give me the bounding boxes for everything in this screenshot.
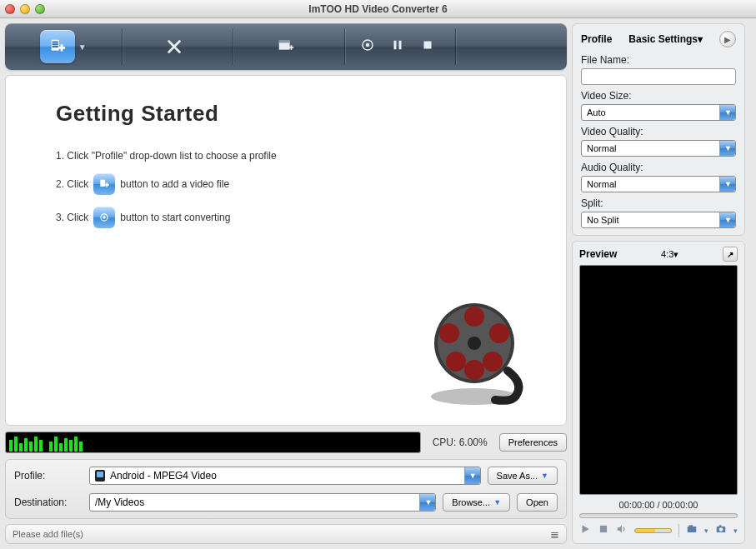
svg-point-17 [446, 352, 466, 372]
convert-button[interactable] [360, 37, 375, 56]
video-size-select[interactable]: Auto▼ [581, 104, 736, 121]
add-file-button[interactable] [40, 30, 75, 63]
playback-time: 00:00:00 / 00:00:00 [579, 495, 738, 513]
stop-button[interactable] [420, 37, 435, 56]
destination-value: /My Videos [95, 497, 144, 508]
profile-dropdown[interactable]: Android - MPEG4 Video ▼ [89, 467, 481, 485]
remove-button[interactable] [157, 30, 192, 63]
video-quality-label: Video Quality: [581, 126, 736, 137]
profile-value: Android - MPEG4 Video [110, 470, 217, 482]
window-titlebar: ImTOO HD Video Converter 6 [0, 0, 756, 18]
basic-settings-tab[interactable]: Basic Settings▾ [628, 33, 703, 45]
traffic-lights [5, 4, 45, 14]
minimize-window-button[interactable] [20, 4, 30, 14]
svg-rect-5 [398, 41, 401, 50]
aspect-ratio-select[interactable]: 4:3▾ [661, 249, 678, 260]
video-quality-select[interactable]: Normal▼ [581, 140, 736, 157]
gs-step-3b: button to start converting [120, 212, 230, 223]
svg-point-16 [489, 323, 509, 343]
volume-icon[interactable] [616, 523, 628, 538]
svg-point-14 [464, 360, 484, 380]
main-toolbar: ▼ [5, 23, 567, 70]
add-clip-button[interactable] [268, 30, 303, 63]
close-window-button[interactable] [5, 4, 15, 14]
profile-label: Profile: [14, 470, 83, 482]
audio-quality-label: Audio Quality: [581, 162, 736, 173]
device-icon [95, 470, 105, 482]
cpu-graph [5, 432, 421, 453]
split-label: Split: [581, 197, 736, 209]
split-select[interactable]: No Split▼ [581, 212, 736, 228]
open-button[interactable]: Open [517, 493, 558, 512]
gs-step-1: 1. Click "Profile" drop-down list to cho… [56, 150, 277, 162]
convert-icon [93, 207, 115, 228]
save-as-button[interactable]: Save As...▼ [488, 467, 558, 485]
svg-point-15 [439, 323, 459, 343]
preview-title: Preview [579, 248, 617, 260]
destination-label: Destination: [14, 497, 83, 508]
gs-step-3a: 3. Click [56, 212, 88, 223]
svg-point-23 [719, 527, 723, 532]
add-file-icon [93, 173, 115, 195]
snapshot-button[interactable] [715, 523, 727, 538]
playback-scrubber[interactable] [579, 513, 738, 518]
svg-rect-20 [688, 527, 697, 532]
gs-step-2b: button to add a video file [120, 178, 229, 190]
svg-rect-21 [689, 525, 693, 527]
getting-started-pane: Getting Started 1. Click "Profile" drop-… [5, 75, 567, 426]
getting-started-heading: Getting Started [56, 101, 516, 127]
svg-rect-19 [600, 526, 607, 532]
snapshot-folder-button[interactable] [686, 523, 698, 538]
popout-preview-button[interactable]: ↗ [723, 247, 738, 262]
profile-settings-panel: Profile Basic Settings▾ ▶ File Name: Vid… [572, 23, 745, 236]
volume-slider[interactable] [634, 528, 672, 533]
svg-rect-1 [279, 41, 290, 43]
gs-step-2a: 2. Click [56, 178, 88, 190]
zoom-window-button[interactable] [35, 4, 45, 14]
svg-point-12 [468, 337, 481, 350]
svg-rect-4 [393, 41, 396, 50]
browse-button[interactable]: Browse...▼ [443, 493, 510, 512]
file-name-label: File Name: [581, 54, 736, 66]
preview-screen [579, 265, 738, 495]
svg-rect-24 [719, 525, 722, 527]
stop-preview-button[interactable] [598, 523, 609, 538]
task-list-icon[interactable]: ≣ [550, 528, 559, 541]
play-button[interactable] [579, 523, 591, 538]
svg-point-3 [365, 43, 369, 47]
cpu-usage-label: CPU: 6.00% [428, 437, 493, 448]
pause-button[interactable] [390, 37, 405, 56]
destination-dropdown[interactable]: /My Videos ▼ [89, 493, 436, 512]
video-size-label: Video Size: [581, 90, 736, 102]
svg-rect-6 [423, 42, 431, 49]
window-title: ImTOO HD Video Converter 6 [0, 3, 756, 15]
profile-panel-title: Profile [581, 33, 612, 45]
preferences-button[interactable]: Preferences [499, 433, 567, 452]
status-bar: Please add file(s) ≣ [5, 524, 567, 544]
svg-point-8 [103, 216, 107, 219]
file-name-input[interactable] [581, 68, 736, 85]
add-file-dropdown-icon[interactable]: ▼ [78, 42, 87, 52]
film-reel-icon [416, 292, 533, 408]
next-panel-button[interactable]: ▶ [719, 31, 736, 47]
output-settings: Profile: Android - MPEG4 Video ▼ Save As… [5, 459, 567, 519]
status-message: Please add file(s) [13, 529, 83, 539]
preview-panel: Preview 4:3▾ ↗ 00:00:00 / 00:00:00 ▾ ▾ [572, 241, 745, 544]
audio-quality-select[interactable]: Normal▼ [581, 176, 736, 192]
svg-point-18 [483, 352, 503, 372]
svg-point-13 [464, 307, 484, 327]
